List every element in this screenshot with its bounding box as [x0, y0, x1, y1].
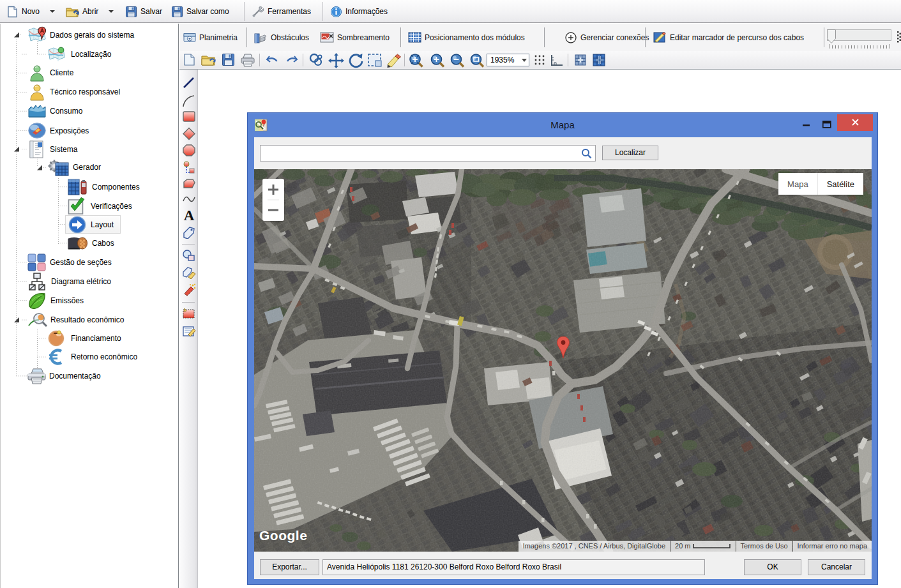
svg-text:A: A	[184, 208, 195, 223]
svg-text:Google: Google	[259, 528, 307, 543]
